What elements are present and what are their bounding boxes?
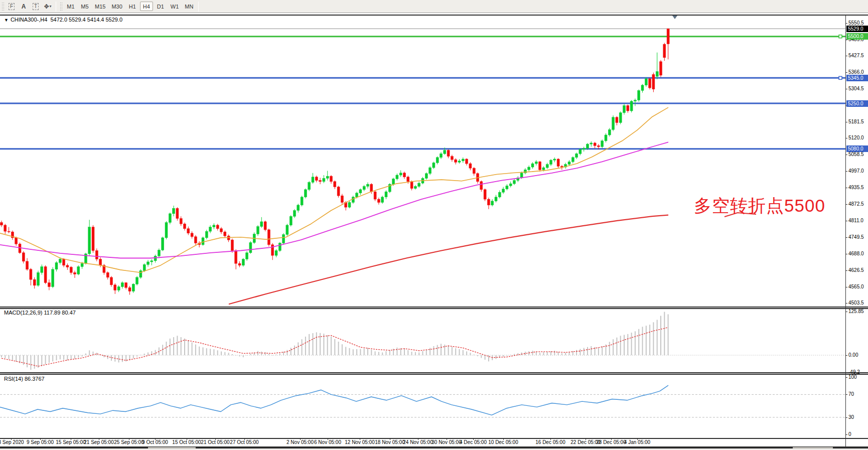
tab-timeframe-M1[interactable]: M1: [64, 2, 77, 11]
candle: [348, 202, 351, 207]
candle: [202, 238, 204, 245]
candle: [377, 199, 380, 202]
candle: [429, 168, 431, 174]
candle: [597, 145, 600, 146]
text-label-icon[interactable]: T: [30, 2, 41, 12]
tab-timeframe-H4[interactable]: H4: [140, 2, 153, 11]
candle: [267, 230, 270, 245]
candle: [535, 162, 537, 164]
candle: [70, 267, 72, 273]
toolbar-grip[interactable]: [2, 2, 4, 11]
price-annotation[interactable]: 多空转折点5500: [694, 194, 825, 218]
scrollbar-track[interactable]: [0, 447, 868, 448]
candle: [304, 190, 307, 197]
candle: [385, 192, 387, 197]
candle: [136, 277, 138, 284]
level-handle[interactable]: [839, 35, 842, 38]
date-label: 9 Oct 05:00: [142, 439, 168, 445]
candle: [169, 214, 171, 223]
candle: [498, 192, 501, 197]
price-tick-label: 4997.0: [848, 168, 864, 174]
candle: [147, 262, 150, 264]
macd-panel[interactable]: [0, 307, 845, 372]
macd-tick-mark: [845, 355, 847, 356]
candle: [209, 227, 212, 232]
date-label: 16 Dec 05:00: [535, 439, 565, 445]
date-label: 6 Nov 05:00: [314, 439, 341, 445]
date-label: 21 Sep 05:00: [84, 439, 114, 445]
candle: [641, 85, 644, 91]
toolbar-grip[interactable]: [60, 2, 62, 11]
candle: [583, 148, 585, 149]
price-tick-label: 4872.5: [848, 201, 864, 207]
candle: [290, 216, 292, 225]
candle: [1, 222, 3, 225]
candle: [81, 263, 83, 266]
fibonacci-icon[interactable]: F: [6, 2, 17, 12]
candle: [455, 160, 457, 162]
candle: [447, 150, 450, 156]
candle: [645, 79, 647, 85]
candle: [370, 184, 373, 192]
candle: [638, 90, 640, 100]
candle: [491, 201, 494, 205]
scrollbar-thumb[interactable]: [793, 447, 833, 448]
price-tick-mark: [845, 188, 847, 188]
price-tick-label: 5366.0: [848, 69, 864, 75]
price-tick-label: 4688.0: [848, 251, 864, 256]
candle: [308, 182, 311, 189]
tab-timeframe-M30[interactable]: M30: [109, 2, 124, 11]
candle: [557, 159, 559, 166]
candle: [278, 243, 281, 251]
tab-timeframe-MN[interactable]: MN: [182, 2, 196, 11]
candle: [26, 261, 29, 269]
candle: [451, 157, 453, 160]
tab-timeframe-D1[interactable]: D1: [154, 2, 167, 11]
arrows-icon[interactable]: ✥▾: [42, 2, 53, 12]
candle: [619, 113, 622, 123]
tab-timeframe-M5[interactable]: M5: [78, 2, 91, 11]
price-tick-label: 4626.5: [848, 267, 864, 273]
tab-timeframe-H1[interactable]: H1: [126, 2, 139, 11]
candle: [484, 190, 486, 199]
price-tick-mark: [845, 270, 847, 271]
horizontal-scrollbar[interactable]: [0, 447, 868, 450]
rsi-panel[interactable]: [0, 373, 845, 438]
price-tick-label: 4565.0: [848, 284, 864, 289]
candle: [95, 251, 98, 259]
date-label: 4 Dec 05:00: [460, 439, 487, 445]
candle: [326, 176, 329, 178]
candle: [220, 229, 223, 232]
text-icon[interactable]: A: [18, 2, 29, 12]
candle: [315, 177, 318, 181]
chevron-down-icon[interactable]: ▾: [50, 4, 52, 9]
candle: [59, 259, 61, 263]
candle: [275, 251, 277, 256]
candle: [8, 231, 10, 232]
candle: [191, 233, 193, 237]
candle: [359, 190, 362, 193]
tab-timeframe-W1[interactable]: W1: [168, 2, 182, 11]
tab-timeframe-M15[interactable]: M15: [92, 2, 108, 11]
level-handle[interactable]: [839, 76, 842, 79]
price-tick-label: 5058.5: [848, 152, 864, 157]
candle: [663, 44, 666, 58]
candle: [41, 267, 43, 273]
price-tick-label: 5120.0: [848, 135, 864, 140]
candle: [176, 208, 179, 218]
date-label: 10 Dec 05:00: [488, 439, 518, 445]
date-label: 18 Nov 05:00: [375, 439, 405, 445]
main-chart[interactable]: [0, 15, 845, 307]
candle: [294, 210, 296, 216]
candle: [579, 149, 582, 154]
scrollbar-thumb[interactable]: [148, 447, 196, 448]
candle: [246, 253, 248, 259]
rsi-tick-mark: [845, 377, 847, 378]
chart-shift-triangle-icon[interactable]: [672, 16, 677, 19]
candle: [330, 176, 333, 182]
candle: [66, 265, 69, 267]
date-label: 9 Sep 05:00: [27, 439, 54, 445]
price-tick-mark: [845, 171, 847, 172]
candle: [542, 168, 545, 170]
candle: [213, 225, 215, 227]
